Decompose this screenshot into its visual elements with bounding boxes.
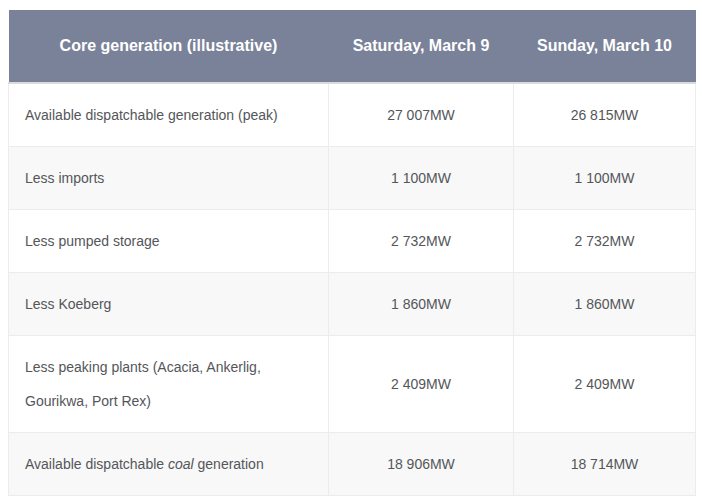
saturday-value: 18 906MW — [387, 456, 455, 472]
sunday-value-cell: 2 732MW — [514, 210, 696, 273]
column-header-saturday: Saturday, March 9 — [329, 10, 514, 83]
saturday-value-cell: 27 007MW — [329, 83, 514, 147]
saturday-value-cell: 2 732MW — [329, 210, 514, 273]
sunday-value-cell: 1 100MW — [514, 147, 696, 210]
sunday-value: 1 100MW — [575, 170, 635, 186]
table-row: Less peaking plants (Acacia, Ankerlig, G… — [9, 336, 696, 433]
row-label-cell: Less Koeberg — [9, 273, 329, 336]
row-label: Less peaking plants (Acacia, Ankerlig, G… — [25, 359, 261, 409]
row-label-cell: Less peaking plants (Acacia, Ankerlig, G… — [9, 336, 329, 433]
row-label-cell: Less pumped storage — [9, 210, 329, 273]
row-label: Less pumped storage — [25, 233, 160, 249]
saturday-value-cell: 1 860MW — [329, 273, 514, 336]
table-header: Core generation (illustrative) Saturday,… — [9, 10, 696, 83]
sunday-value-cell: 2 409MW — [514, 336, 696, 433]
header-row: Core generation (illustrative) Saturday,… — [9, 10, 696, 83]
data-table: Core generation (illustrative) Saturday,… — [8, 10, 696, 496]
sunday-value: 26 815MW — [571, 107, 639, 123]
row-label-cell: Available dispatchable generation (peak) — [9, 83, 329, 147]
table-row: Available dispatchable coal generation 1… — [9, 433, 696, 496]
sunday-value-cell: 1 860MW — [514, 273, 696, 336]
row-label-cell: Available dispatchable coal generation — [9, 433, 329, 496]
sunday-value: 2 732MW — [575, 233, 635, 249]
saturday-value: 27 007MW — [387, 107, 455, 123]
sunday-value: 1 860MW — [575, 296, 635, 312]
saturday-value: 1 860MW — [391, 296, 451, 312]
saturday-value-cell: 2 409MW — [329, 336, 514, 433]
column-header-core-generation: Core generation (illustrative) — [9, 10, 329, 83]
table-row: Less imports 1 100MW 1 100MW — [9, 147, 696, 210]
table-row: Less pumped storage 2 732MW 2 732MW — [9, 210, 696, 273]
saturday-value: 1 100MW — [391, 170, 451, 186]
sunday-value-cell: 18 714MW — [514, 433, 696, 496]
saturday-value: 2 732MW — [391, 233, 451, 249]
row-label: Available dispatchable generation (peak) — [25, 107, 278, 123]
sunday-value: 2 409MW — [575, 376, 635, 392]
row-label: Less Koeberg — [25, 296, 111, 312]
table-row: Less Koeberg 1 860MW 1 860MW — [9, 273, 696, 336]
column-header-sunday: Sunday, March 10 — [514, 10, 696, 83]
row-label: Less imports — [25, 170, 104, 186]
saturday-value: 2 409MW — [391, 376, 451, 392]
row-label-suffix: generation — [194, 456, 264, 472]
table-body: Available dispatchable generation (peak)… — [9, 83, 696, 496]
row-label-italic: coal — [168, 456, 194, 472]
sunday-value: 18 714MW — [571, 456, 639, 472]
core-generation-table: Core generation (illustrative) Saturday,… — [8, 10, 695, 496]
row-label: Available dispatchable — [25, 456, 168, 472]
row-label-cell: Less imports — [9, 147, 329, 210]
page: { "chart_data": { "type": "table", "titl… — [0, 0, 702, 500]
table-row: Available dispatchable generation (peak)… — [9, 83, 696, 147]
saturday-value-cell: 18 906MW — [329, 433, 514, 496]
saturday-value-cell: 1 100MW — [329, 147, 514, 210]
sunday-value-cell: 26 815MW — [514, 83, 696, 147]
